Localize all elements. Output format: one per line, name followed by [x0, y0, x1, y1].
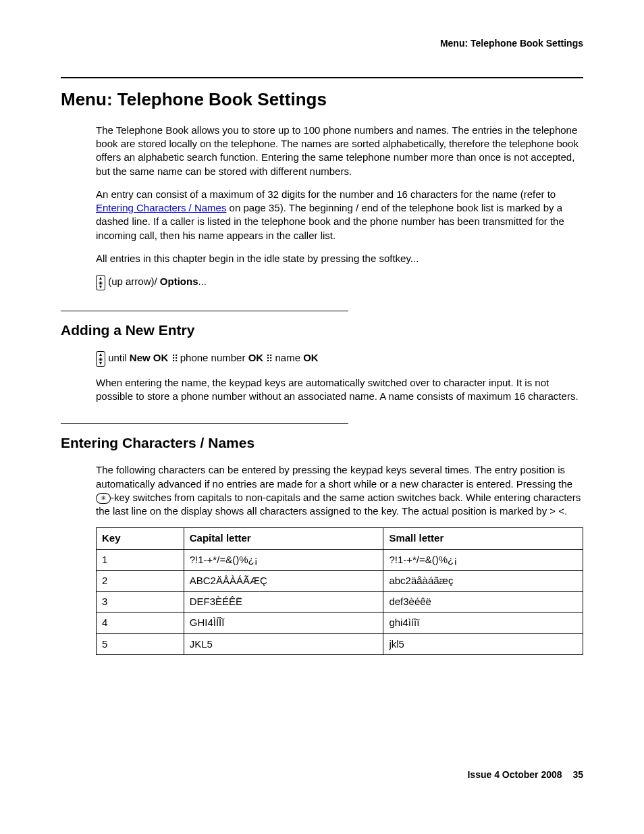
- cell-key: 4: [97, 613, 184, 633]
- th-key: Key: [97, 528, 184, 549]
- intro-p1: The Telephone Book allows you to store u…: [96, 124, 583, 178]
- sec1-instruction: until New OK ⠿ phone number OK ⠿ name OK: [96, 351, 583, 367]
- options-label: Options: [160, 276, 198, 288]
- rule-sec2: [61, 423, 348, 424]
- keypad-icon: ⠿: [171, 353, 178, 365]
- table-header-row: Key Capital letter Small letter: [97, 528, 583, 549]
- ok3: OK: [303, 352, 319, 363]
- sec2-block: The following characters can be entered …: [96, 463, 583, 655]
- cell-cap: JKL5: [184, 633, 383, 654]
- cell-cap: ABC2ÄÅÀÁÃÆÇ: [184, 570, 383, 591]
- table-row: 1 ?!1-+*/=&()%¿¡ ?!1-+*/=&()%¿¡: [97, 549, 583, 570]
- intro-p4: (up arrow)/ Options...: [96, 275, 583, 290]
- softkey-icon: [96, 351, 105, 367]
- ok1: OK: [151, 352, 171, 363]
- link-entering-characters[interactable]: Entering Characters / Names: [96, 202, 226, 213]
- section-adding-title: Adding a New Entry: [61, 321, 583, 340]
- rule-sec1: [61, 311, 348, 311]
- page: Menu: Telephone Book Settings Menu: Tele…: [0, 0, 644, 834]
- intro-block: The Telephone Book allows you to store u…: [96, 124, 583, 290]
- table-row: 2 ABC2ÄÅÀÁÃÆÇ abc2äåàáãæç: [97, 570, 583, 591]
- running-header: Menu: Telephone Book Settings: [61, 37, 583, 50]
- character-table: Key Capital letter Small letter 1 ?!1-+*…: [96, 527, 583, 655]
- cell-key: 2: [97, 570, 184, 591]
- sec1-p: When entering the name, the keypad keys …: [96, 376, 583, 404]
- section-entering-title: Entering Characters / Names: [61, 434, 583, 452]
- cell-key: 1: [97, 549, 184, 570]
- star-key-icon: ✳: [96, 493, 111, 504]
- table-row: 5 JKL5 jkl5: [97, 633, 583, 654]
- sec2-p-a: The following characters can be entered …: [96, 464, 572, 489]
- cell-key: 3: [97, 592, 184, 613]
- intro-p2-a: An entry can consist of a maximum of 32 …: [96, 188, 556, 200]
- page-footer: Issue 4 October 2008 35: [467, 768, 583, 781]
- cell-small: jkl5: [383, 633, 583, 654]
- sec1-name: name: [272, 352, 303, 363]
- sec2-p-b: -key switches from capitals to non-capit…: [96, 492, 581, 517]
- th-cap: Capital letter: [184, 528, 383, 549]
- page-title: Menu: Telephone Book Settings: [61, 88, 583, 111]
- sec1-a: until: [105, 352, 130, 363]
- sec2-p: The following characters can be entered …: [96, 463, 583, 518]
- cell-cap: DEF3ÈÉÊË: [184, 592, 383, 613]
- cell-cap: ?!1-+*/=&()%¿¡: [184, 549, 383, 570]
- intro-p3: All entries in this chapter begin in the…: [96, 252, 583, 265]
- cell-cap: GHI4ÌÍÎÏ: [184, 613, 383, 633]
- new-label: New: [130, 352, 151, 363]
- footer-issue: Issue 4 October 2008: [467, 769, 562, 780]
- sec1-phone: phone number: [178, 352, 248, 363]
- rule-top: [61, 77, 583, 78]
- sec1-block: until New OK ⠿ phone number OK ⠿ name OK…: [96, 351, 583, 404]
- table-row: 3 DEF3ÈÉÊË def3èéêë: [97, 592, 583, 613]
- intro-p2: An entry can consist of a maximum of 32 …: [96, 188, 583, 242]
- footer-page-number: 35: [572, 769, 583, 780]
- cell-small: ghi4ìíîï: [383, 613, 583, 633]
- th-small: Small letter: [383, 528, 583, 549]
- cell-key: 5: [97, 633, 184, 654]
- intro-p4-a: (up arrow)/: [105, 276, 160, 288]
- softkey-icon: [96, 275, 105, 290]
- cell-small: def3èéêë: [383, 592, 583, 613]
- ok2: OK: [248, 352, 267, 363]
- table-row: 4 GHI4ÌÍÎÏ ghi4ìíîï: [97, 613, 583, 633]
- intro-p4-c: ...: [198, 276, 207, 288]
- keypad-icon: ⠿: [266, 353, 272, 365]
- cell-small: abc2äåàáãæç: [383, 570, 583, 591]
- cell-small: ?!1-+*/=&()%¿¡: [383, 549, 583, 570]
